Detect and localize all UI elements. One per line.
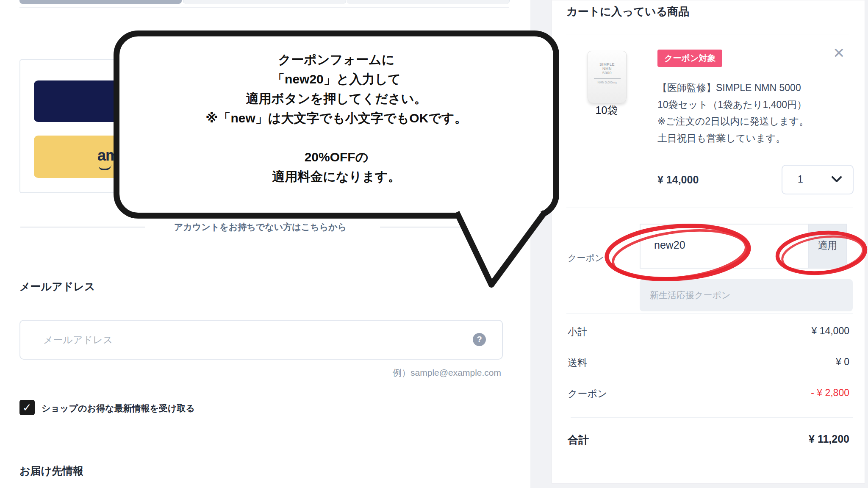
email-example-text: 例）sample@example.com bbox=[332, 367, 501, 379]
subtotal-label: 小計 bbox=[568, 325, 587, 338]
tab-2[interactable] bbox=[183, 0, 346, 4]
help-question-icon[interactable]: ? bbox=[473, 333, 486, 346]
apply-coupon-button[interactable]: 適用 bbox=[808, 225, 846, 268]
newsletter-label: ショップのお得な最新情報を受け取る bbox=[42, 402, 195, 414]
no-account-divider-text: アカウントをお持ちでない方はこちらから bbox=[161, 221, 360, 233]
subtotal-value: ¥ 14,000 bbox=[680, 325, 849, 337]
coupon-discount-label: クーポン bbox=[568, 387, 607, 400]
product-price: ¥ 14,000 bbox=[657, 174, 699, 186]
divider-line-left bbox=[20, 227, 145, 227]
coupon-code-value: new20 bbox=[654, 239, 685, 251]
tab-3[interactable] bbox=[347, 0, 510, 4]
shipping-label: 送料 bbox=[568, 356, 587, 369]
email-field[interactable]: メールアドレス ? bbox=[19, 320, 503, 360]
shipping-info-heading: お届け先情報 bbox=[19, 464, 83, 478]
cart-header: カートに入っている商品 bbox=[566, 4, 689, 19]
total-value: ¥ 11,200 bbox=[680, 433, 849, 445]
cart-divider-3 bbox=[566, 313, 853, 314]
shipping-value: ¥ 0 bbox=[680, 356, 849, 368]
cart-divider-1 bbox=[566, 34, 849, 34]
total-label: 合計 bbox=[568, 433, 589, 447]
email-placeholder: メールアドレス bbox=[43, 333, 113, 347]
product-image-caption: 10袋 bbox=[588, 103, 626, 117]
product-note-line: ※ご注文の2日以内に発送します。 bbox=[657, 113, 835, 130]
tab-active[interactable] bbox=[19, 0, 182, 4]
divider-line-right bbox=[380, 227, 518, 227]
cart-divider-2 bbox=[566, 208, 853, 208]
product-note-line: 土日祝日も営業しています。 bbox=[657, 130, 835, 147]
product-title-line: 10袋セット（1袋あたり1,400円） bbox=[657, 97, 835, 114]
chevron-down-icon bbox=[832, 176, 842, 182]
amazon-smile-icon bbox=[99, 164, 111, 170]
email-section-heading: メールアドレス bbox=[19, 280, 95, 294]
newsletter-checkbox[interactable]: ✓ bbox=[19, 400, 35, 415]
quantity-value: 1 bbox=[798, 174, 803, 185]
remove-item-close-icon[interactable]: ✕ bbox=[833, 46, 845, 60]
cart-divider-4 bbox=[571, 417, 853, 418]
checkout-page: amazon pay アカウントをお持ちでない方はこちらから メールアドレス メ… bbox=[0, 0, 868, 488]
tabbar-divider bbox=[19, 7, 509, 8]
coupon-row-label: クーポン bbox=[568, 252, 604, 264]
coupon-discount-value: - ¥ 2,800 bbox=[680, 387, 849, 399]
instruction-speech-bubble: クーポンフォームに 「new20」と入力して 適用ボタンを押してください。 ※「… bbox=[114, 30, 559, 219]
product-title-line: 【医師監修】SIMPLE NMN 5000 bbox=[657, 80, 835, 97]
coupon-eligible-badge: クーポン対象 bbox=[657, 50, 722, 67]
coupon-code-input[interactable]: new20 適用 bbox=[640, 224, 847, 269]
coupon-placeholder: 新生活応援クーポン bbox=[650, 289, 730, 301]
quantity-select[interactable]: 1 bbox=[782, 165, 854, 194]
speech-bubble-text: クーポンフォームに 「new20」と入力して 適用ボタンを押してください。 ※「… bbox=[119, 50, 553, 186]
product-image: SIMPLENMN5000 NMN 5,000mg bbox=[588, 51, 627, 103]
product-description: 【医師監修】SIMPLE NMN 5000 10袋セット（1袋あたり1,400円… bbox=[657, 80, 835, 147]
coupon-secondary-input[interactable]: 新生活応援クーポン bbox=[640, 279, 853, 311]
